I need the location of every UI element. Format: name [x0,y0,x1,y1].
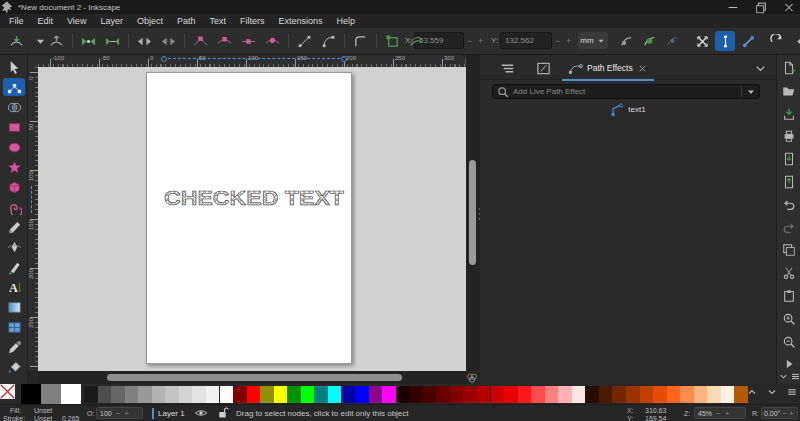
opacity-spinbox[interactable]: 100 − + [96,407,143,419]
bucket-tool[interactable] [3,358,25,376]
scribble-text-object[interactable]: CHECKED TEXT [162,182,346,214]
collapse-left-button[interactable] [789,31,800,51]
palette-swatch[interactable] [301,386,315,403]
segment-line-button[interactable] [294,31,314,51]
maximize-button[interactable] [754,1,768,13]
vertical-ruler[interactable]: 050100150200250 [28,67,38,371]
triangle-right-button[interactable] [781,356,797,372]
palette-swatch[interactable] [667,386,681,403]
palette-swatch[interactable] [382,386,396,403]
tab-path-effects[interactable]: Path Effects [562,57,654,79]
show-path-outline-button[interactable] [738,31,758,51]
palette-swatch[interactable] [504,386,518,403]
zoom-out-button[interactable] [781,334,797,350]
gradient-tool[interactable] [3,298,25,316]
palette-swatch[interactable] [626,386,640,403]
palette-swatch[interactable] [707,386,721,403]
lpe-refresh-button[interactable] [766,31,786,51]
palette-swatch[interactable] [111,386,125,403]
duplicate-button[interactable] [781,242,797,258]
node-auto-button[interactable] [262,31,282,51]
palette-swatch[interactable] [694,386,708,403]
node-break-button[interactable] [134,31,154,51]
rotation-spinbox[interactable]: 0.00° − + [761,407,798,419]
palette-swatch[interactable] [355,386,369,403]
stroke-value[interactable]: Unset [34,415,52,421]
palette-swatch[interactable] [396,386,410,403]
palette-swatch[interactable] [477,386,491,403]
palette-swatch[interactable] [328,386,342,403]
spiral-tool[interactable] [3,198,25,216]
document-new-button[interactable] [781,60,797,76]
palette-swatch[interactable] [518,386,532,403]
node-join-segment-button[interactable] [102,31,122,51]
star-tool[interactable] [3,158,25,176]
rotation-decrement[interactable]: − [782,409,787,418]
palette-swatch[interactable] [721,386,735,403]
horizontal-scrollbar-thumb[interactable] [107,374,402,381]
selector-tool[interactable] [3,58,25,76]
palette-menu-icon[interactable] [786,386,798,398]
edit-clipping-paths-button[interactable] [616,31,636,51]
lpe-combo-caret-icon[interactable] [745,86,757,98]
stroke-to-path-button[interactable] [406,31,426,51]
node-symmetric-button[interactable] [238,31,258,51]
undo-button[interactable] [781,197,797,213]
vertical-scrollbar-thumb[interactable] [469,160,476,265]
palette-swatch[interactable] [369,386,383,403]
palette-swatch[interactable] [247,386,261,403]
y-decrement-button[interactable]: − [555,36,560,46]
palette-swatch[interactable] [274,386,288,403]
node-smooth-button[interactable] [214,31,234,51]
menu-file[interactable]: File [2,14,31,28]
folder-open-button[interactable] [781,83,797,99]
pencil-tool[interactable] [3,218,25,236]
segment-curve-button[interactable] [318,31,338,51]
no-color-swatch[interactable] [0,384,21,404]
cut-button[interactable] [781,265,797,281]
palette-swatch[interactable] [84,386,98,403]
node-tool[interactable] [3,78,25,96]
palette-swatch[interactable] [220,386,234,403]
export-button[interactable] [781,174,797,190]
palette-swatch[interactable] [165,386,179,403]
palette-swatch[interactable] [653,386,667,403]
palette-swatch[interactable] [341,386,355,403]
tab-fill-stroke[interactable] [536,57,551,79]
layer-visibility-eye-icon[interactable] [194,406,208,420]
y-coord-input[interactable]: 132.562 [500,32,552,49]
palette-swatch[interactable] [206,386,220,403]
canvas[interactable]: CHECKED TEXT [38,67,466,371]
lpe-search-input[interactable] [513,87,741,96]
node-join-button[interactable] [78,31,98,51]
menu-extensions[interactable]: Extensions [271,14,329,28]
layer-unlock-icon[interactable] [216,406,229,419]
object-to-path-button[interactable] [382,31,402,51]
x-decrement-button[interactable]: − [467,36,472,46]
palette-swatch[interactable] [531,386,545,403]
zoom-in-button[interactable] [781,311,797,327]
opacity-increment[interactable]: + [124,409,129,418]
palette-swatch[interactable] [599,386,613,403]
palette-swatch[interactable] [423,386,437,403]
menu-help[interactable]: Help [329,14,362,28]
node-delete-segment-button[interactable] [158,31,178,51]
palette-swatch[interactable] [314,386,328,403]
opacity-decrement[interactable]: − [116,409,121,418]
shape-builder-tool[interactable] [3,98,25,116]
document-save-button[interactable] [781,106,797,122]
node-insert-button[interactable] [6,31,26,51]
menu-layer[interactable]: Layer [93,14,130,28]
ellipse-tool[interactable] [3,138,25,156]
palette-swatch[interactable] [450,386,464,403]
palette-swatch[interactable] [436,386,450,403]
palette-swatch[interactable] [572,386,586,403]
palette-swatch[interactable] [179,386,193,403]
palette-swatch[interactable] [680,386,694,403]
mesh-tool[interactable] [3,318,25,336]
menu-path[interactable]: Path [170,14,203,28]
text-tool[interactable]: A [3,278,25,296]
palette-swatch[interactable] [558,386,572,403]
horizontal-ruler[interactable]: -100-50050100150200250300 [38,55,466,67]
node-cusp-button[interactable] [190,31,210,51]
